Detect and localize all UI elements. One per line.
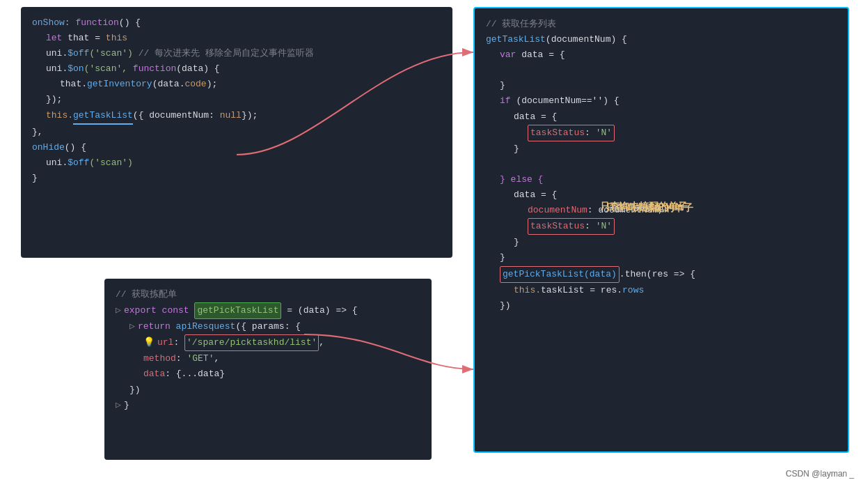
code-token: $off [68,46,89,61]
code-token: } [500,78,505,93]
code-token: that. [60,77,87,92]
code-panel-right: // 获取任务列表 getTaskList(documentNum) { var… [473,7,849,453]
code-line: let that = this [46,31,441,46]
code-token: (documentNum) { [546,32,627,47]
code-token: that = [68,31,106,46]
code-token: $on [68,61,84,77]
code-token: let [46,31,68,46]
code-token: () { [65,140,86,155]
code-token: export [124,303,162,318]
code-line: } [32,171,441,186]
code-token: code [184,77,206,92]
code-token: // 获取任务列表 [486,17,556,32]
code-token: }) [500,298,511,314]
code-line: this.taskList = res.rows [514,283,837,298]
code-token: getTaskList [73,108,133,125]
code-token: = (data) => { [281,303,357,318]
code-token: onHide [32,140,65,155]
watermark-text: CSDN @layman _ [786,469,854,479]
code-content-right: // 获取任务列表 getTaskList(documentNum) { var… [475,8,848,322]
code-token: url [157,335,173,350]
code-line: taskStatus: 'N' [528,125,837,141]
code-token: ('scan') [89,46,132,61]
code-token: uni. [46,61,68,77]
code-line: getTaskList(documentNum) { [486,32,837,47]
code-token: var [500,47,521,63]
code-token: this. [514,283,541,298]
code-token: (data) { [176,61,219,77]
code-line: var data = { [500,47,837,63]
code-line: } [514,235,837,250]
code-token: ) { [603,93,619,109]
code-token: } [514,235,519,250]
code-line: getPickTaskList(data).then(res => { [500,266,837,283]
code-line: } [514,141,837,157]
code-line: uni.$on('scan', function(data) { [46,61,441,77]
code-token: getPickTaskList [194,302,281,319]
code-line: ▷ export const getPickTaskList = (data) … [116,302,420,319]
code-token: data = { [514,187,557,203]
code-token: : [176,351,187,366]
code-line: ▷ } [116,398,420,413]
code-token: function [133,61,176,77]
code-token: taskStatus: 'N' [528,218,615,235]
code-token: data = { [521,47,565,63]
code-token: } [32,171,38,186]
code-token: // 每次进来先 移除全局自定义事件监听器 [133,46,314,61]
code-token: $off [68,155,89,171]
code-line: method: 'GET', [143,351,420,366]
gutter: ▷ [116,303,124,318]
code-token: // 获取拣配单 [116,287,177,302]
code-token: ('scan') [89,155,132,171]
code-line: if (documentNum=='') { [500,93,837,109]
code-token: data [143,366,165,382]
code-token: '/spare/picktaskhd/list' [184,334,319,351]
code-line [486,63,837,78]
code-token: (data. [152,77,185,92]
code-token: } else { [500,172,543,187]
bulb-icon: 💡 [143,335,155,350]
code-token: documentNum [528,203,587,218]
code-line: uni.$off('scan') // 每次进来先 移除全局自定义事件监听器 [46,46,441,61]
code-token: , [319,335,324,350]
code-line: taskStatus: 'N' [528,218,837,235]
code-token: ('scan', [84,61,133,77]
code-token: uni. [46,155,68,171]
code-token: data = { [514,109,557,125]
code-line: 💡 url: '/spare/picktaskhd/list', [143,334,420,351]
code-token: method [143,351,176,366]
code-line: // 获取任务列表 [486,17,837,32]
code-token: getInventory [87,77,152,92]
code-token: onShow [32,15,65,31]
code-line: }, [32,125,441,140]
code-line [486,157,837,172]
code-line: data = { [514,109,837,125]
code-token: if [500,93,516,109]
code-token: null [220,108,242,123]
code-token: taskList = res. [541,283,622,298]
code-token: (documentNum=='' [516,93,603,109]
code-line: uni.$off('scan') [46,155,441,171]
code-token: uni. [46,46,68,61]
code-token: this. [46,108,73,123]
code-token: return [138,319,176,334]
code-line: onShow: function() { [32,15,441,31]
code-content-bottom-left: // 获取拣配单 ▷ export const getPickTaskList … [104,279,432,422]
code-panel-bottom-left: // 获取拣配单 ▷ export const getPickTaskList … [104,279,432,460]
code-line: } [500,250,837,265]
code-token: () { [119,15,141,31]
code-line: // 获取拣配单 [116,287,420,302]
code-line: } [500,78,837,93]
code-token: : [173,335,184,350]
code-panel-top-left: onShow: function() { let that = this uni… [21,7,452,258]
code-line: this.getTaskList({ documentNum: null}); [46,108,441,125]
code-line: ▷ return apiResquest({ params: { [129,319,420,334]
code-token: : {...data} [165,366,225,382]
code-token: : [65,15,76,31]
code-token: , [214,351,219,366]
code-token: }); [242,108,258,123]
code-line: }); [46,92,441,107]
code-token: apiResquest [176,319,236,334]
code-token: taskStatus: 'N' [528,125,615,141]
code-line: onHide() { [32,140,441,155]
